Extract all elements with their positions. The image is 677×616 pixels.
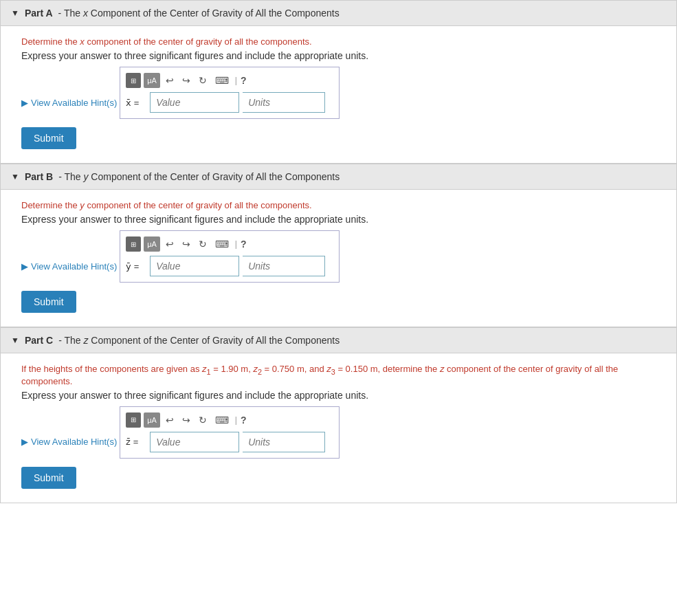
mu-button-b[interactable]: μA (144, 236, 160, 252)
part-b-hint-link[interactable]: ▶ View Available Hint(s) (21, 261, 117, 272)
help-button-b[interactable]: ? (241, 239, 247, 250)
part-b-instruction: Determine the y component of the center … (21, 200, 656, 210)
part-a-section: ▼ Part A - The x Component of the Center… (0, 0, 677, 164)
help-button-c[interactable]: ? (241, 415, 247, 426)
part-a-answer-row: x̄ = (126, 92, 333, 113)
part-a-expression: Express your answer to three significant… (21, 50, 656, 61)
hint-arrow-icon-c: ▶ (21, 437, 28, 447)
separator-b: | (235, 239, 237, 249)
part-b-label: Part B (25, 171, 53, 182)
part-b-content: Determine the y component of the center … (1, 190, 676, 327)
part-c-answer-row: z̄ = (126, 432, 333, 452)
part-a-toolbar: ⊞ μA ↩ ↪ ↻ ⌨ | ? (126, 73, 333, 88)
redo-button-b[interactable]: ↪ (179, 237, 193, 251)
part-b-input-box: ⊞ μA ↩ ↪ ↻ ⌨ | ? ȳ = (120, 230, 340, 283)
part-c-label: Part C (25, 335, 53, 346)
part-a-units-input[interactable] (243, 92, 325, 113)
keyboard-button-c[interactable]: ⌨ (212, 413, 232, 427)
part-c-units-input[interactable] (243, 432, 325, 452)
part-b-title: - The y Component of the Center of Gravi… (58, 171, 340, 182)
refresh-button-c[interactable]: ↻ (196, 413, 210, 427)
part-b-toolbar: ⊞ μA ↩ ↪ ↻ ⌨ | ? (126, 236, 333, 252)
grid-button-b[interactable]: ⊞ (126, 236, 141, 252)
undo-button-a[interactable]: ↩ (163, 74, 177, 87)
part-a-value-input[interactable] (150, 92, 239, 113)
mu-button-a[interactable]: μA (144, 73, 160, 88)
part-c-section: ▼ Part C - The z Component of the Center… (0, 327, 677, 503)
part-c-toolbar: ⊞ μA ↩ ↪ ↻ ⌨ | ? (126, 412, 333, 428)
hint-arrow-icon-b: ▶ (21, 261, 28, 272)
part-c-instruction: If the heights of the components are giv… (21, 364, 656, 386)
refresh-button-a[interactable]: ↻ (196, 74, 210, 87)
redo-button-a[interactable]: ↪ (179, 74, 193, 87)
keyboard-button-a[interactable]: ⌨ (212, 74, 232, 87)
part-a-toggle[interactable]: ▼ (11, 8, 19, 18)
keyboard-button-b[interactable]: ⌨ (212, 237, 232, 251)
separator-a: | (235, 76, 237, 85)
part-b-toggle[interactable]: ▼ (11, 172, 19, 182)
part-b-value-input[interactable] (150, 256, 239, 276)
part-b-units-input[interactable] (243, 256, 325, 276)
part-c-content: If the heights of the components are giv… (1, 353, 676, 503)
part-a-submit-button[interactable]: Submit (21, 127, 76, 149)
grid-button-c[interactable]: ⊞ (126, 412, 141, 428)
part-c-toggle[interactable]: ▼ (11, 336, 19, 345)
part-c-value-input[interactable] (150, 432, 239, 452)
part-c-title: - The z Component of the Center of Gravi… (58, 335, 340, 346)
part-b-expression: Express your answer to three significant… (21, 214, 656, 225)
help-button-a[interactable]: ? (241, 75, 247, 86)
undo-button-c[interactable]: ↩ (163, 413, 177, 427)
part-a-instruction: Determine the x component of the center … (21, 36, 656, 47)
part-a-label: Part A (25, 8, 53, 19)
part-c-submit-button[interactable]: Submit (21, 467, 76, 489)
part-b-section: ▼ Part B - The y Component of the Center… (0, 164, 677, 327)
part-a-hint-link[interactable]: ▶ View Available Hint(s) (21, 98, 117, 108)
undo-button-b[interactable]: ↩ (163, 237, 177, 251)
part-c-hint-link[interactable]: ▶ View Available Hint(s) (21, 437, 117, 447)
part-b-answer-label: ȳ = (126, 261, 146, 272)
part-c-answer-label: z̄ = (126, 437, 146, 447)
part-a-title: - The x Component of the Center of Gravi… (58, 8, 340, 19)
grid-button-a[interactable]: ⊞ (126, 73, 141, 88)
part-b-submit-button[interactable]: Submit (21, 291, 76, 313)
part-a-input-box: ⊞ μA ↩ ↪ ↻ ⌨ | ? x̄ = (120, 67, 340, 119)
mu-button-c[interactable]: μA (144, 412, 160, 428)
part-a-header: ▼ Part A - The x Component of the Center… (1, 1, 676, 26)
part-c-input-box: ⊞ μA ↩ ↪ ↻ ⌨ | ? z̄ = (120, 406, 340, 459)
part-a-answer-label: x̄ = (126, 98, 146, 108)
separator-c: | (235, 415, 237, 425)
part-b-answer-row: ȳ = (126, 256, 333, 276)
part-a-content: Determine the x component of the center … (1, 26, 676, 163)
hint-arrow-icon: ▶ (21, 98, 28, 108)
redo-button-c[interactable]: ↪ (179, 413, 193, 427)
part-b-header: ▼ Part B - The y Component of the Center… (1, 164, 676, 190)
refresh-button-b[interactable]: ↻ (196, 237, 210, 251)
part-c-expression: Express your answer to three significant… (21, 390, 656, 401)
part-c-header: ▼ Part C - The z Component of the Center… (1, 328, 676, 353)
